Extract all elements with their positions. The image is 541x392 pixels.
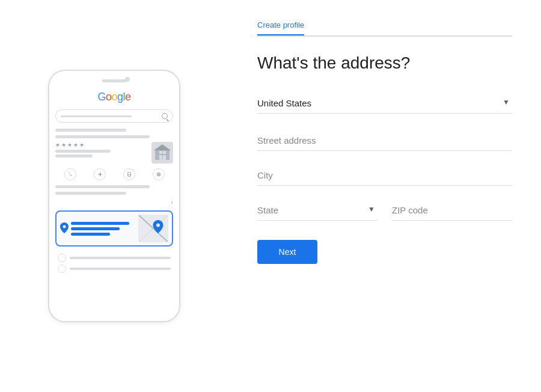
building-svg	[151, 142, 173, 164]
content-line-4	[55, 192, 126, 195]
content-line-3	[55, 185, 150, 188]
svg-marker-6	[98, 173, 102, 176]
bottom-line-1	[58, 254, 171, 262]
business-preview: ★ ★ ★ ★ ★	[55, 142, 173, 164]
building-icon	[151, 142, 173, 164]
directions-icon	[97, 172, 102, 177]
profile-header: Create profile	[257, 19, 512, 37]
directions-action-icon	[94, 168, 106, 180]
stars-row: ★ ★ ★ ★ ★	[55, 142, 148, 148]
content-line-2	[55, 135, 150, 138]
street-address-input[interactable]	[257, 128, 512, 151]
country-field-wrapper: United States Canada United Kingdom Aust…	[257, 91, 512, 114]
map-pin-large-svg	[153, 220, 164, 233]
page-title: What's the address?	[257, 54, 512, 73]
call-icon	[68, 172, 73, 177]
web-action-icon	[153, 168, 165, 180]
create-profile-tab[interactable]: Create profile	[257, 20, 304, 35]
bottom-gray-line-1	[70, 257, 171, 259]
next-button[interactable]: Next	[257, 240, 317, 264]
globe-icon	[156, 172, 161, 177]
left-panel: Google ★ ★ ★ ★ ★	[0, 0, 228, 392]
state-zip-row: State Alabama Alaska Arizona California …	[257, 198, 512, 221]
progress-bar	[257, 35, 512, 37]
country-select[interactable]: United States Canada United Kingdom Aust…	[257, 91, 512, 114]
save-action-icon	[123, 168, 135, 180]
phone-speaker	[102, 79, 126, 82]
bottom-circle-2	[58, 265, 66, 273]
google-logo-area: Google	[55, 91, 173, 103]
map-section-highlighted	[55, 210, 173, 247]
city-input[interactable]	[257, 163, 512, 186]
map-thumbnail	[138, 215, 168, 242]
svg-rect-4	[159, 151, 162, 154]
svg-marker-1	[154, 144, 171, 150]
map-text-lines	[71, 222, 136, 236]
location-pin-icon	[60, 222, 69, 235]
street-address-wrapper	[257, 128, 512, 151]
zip-code-input[interactable]	[392, 198, 512, 221]
right-panel: Create profile What's the address? Unite…	[228, 0, 541, 392]
phone-bottom-lines	[55, 254, 173, 273]
map-line-3	[71, 233, 110, 236]
address-form: United States Canada United Kingdom Aust…	[257, 91, 512, 264]
phone-search-bar	[55, 109, 173, 123]
svg-rect-5	[163, 151, 166, 154]
bottom-circle-1	[58, 254, 66, 262]
map-line-1	[71, 222, 129, 225]
bottom-gray-line-2	[70, 268, 171, 270]
svg-rect-3	[163, 155, 166, 160]
chevron-right-icon: ›	[55, 198, 173, 206]
google-logo: Google	[97, 91, 130, 103]
bottom-line-2	[58, 265, 171, 273]
map-line-2	[71, 227, 120, 230]
svg-rect-2	[159, 155, 162, 160]
search-icon	[162, 113, 168, 119]
zip-wrapper	[392, 198, 512, 221]
city-wrapper	[257, 163, 512, 186]
pin-svg	[60, 222, 69, 233]
phone-action-icon	[64, 168, 76, 180]
action-icons-row	[55, 168, 173, 180]
phone-mockup: Google ★ ★ ★ ★ ★	[48, 70, 180, 322]
state-wrapper: State Alabama Alaska Arizona California …	[257, 198, 377, 221]
bookmark-icon	[127, 172, 132, 177]
content-line-1	[55, 129, 126, 132]
state-select[interactable]: State Alabama Alaska Arizona California …	[257, 198, 377, 221]
phone-camera	[125, 77, 130, 82]
map-large-pin-icon	[153, 220, 164, 236]
